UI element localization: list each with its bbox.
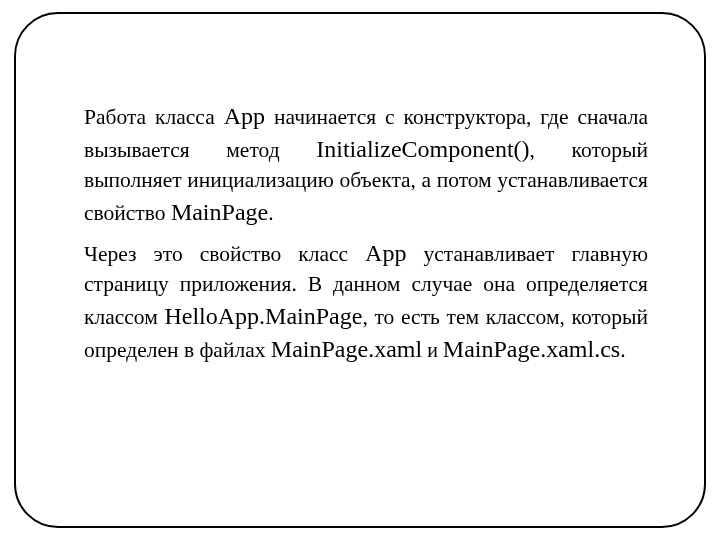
text: . — [268, 201, 273, 225]
text: . — [620, 338, 625, 362]
keyword-helloapp-mainpage: HelloApp.MainPage — [164, 303, 362, 329]
slide-card: Работа класса App начинается с конструкт… — [14, 12, 706, 528]
keyword-app: App — [224, 103, 265, 129]
text: Через это свойство класс — [84, 242, 365, 266]
text: Работа класса — [84, 105, 224, 129]
keyword-app: App — [365, 240, 406, 266]
keyword-initialize-component: InitializeComponent() — [316, 136, 529, 162]
paragraph-2: Через это свойство класс App устанавлива… — [84, 237, 648, 366]
keyword-mainpage-xaml-cs: MainPage.xaml.cs — [443, 336, 620, 362]
keyword-mainpage: MainPage — [171, 199, 268, 225]
keyword-mainpage-xaml: MainPage.xaml — [271, 336, 422, 362]
text: и — [422, 339, 443, 361]
paragraph-1: Работа класса App начинается с конструкт… — [84, 100, 648, 229]
